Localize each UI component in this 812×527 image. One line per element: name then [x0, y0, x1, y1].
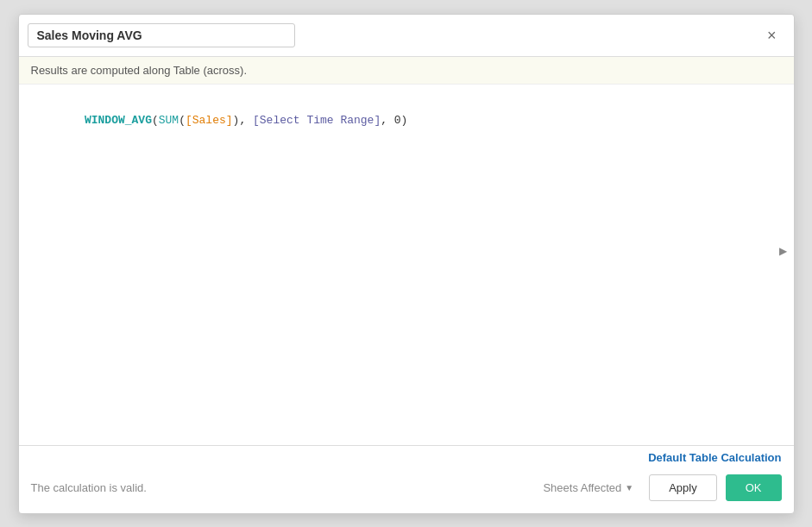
field-param: [Select Time Range] [253, 114, 381, 127]
ok-button[interactable]: OK [726, 474, 782, 501]
default-table-calc-link[interactable]: Default Table Calculation [648, 451, 781, 464]
info-bar: Results are computed along Table (across… [19, 57, 794, 85]
paren-sum-close: ), [233, 114, 253, 127]
code-editor[interactable]: WINDOW_AVG(SUM([Sales]), [Select Time Ra… [19, 85, 794, 445]
field-sales: [Sales] [186, 114, 233, 127]
info-text: Results are computed along Table (across… [31, 64, 248, 77]
formula-area: Results are computed along Table (across… [19, 57, 794, 445]
dialog-footer: Default Table Calculation The calculatio… [19, 445, 794, 513]
apply-button[interactable]: Apply [649, 474, 717, 501]
sheets-affected-button[interactable]: Sheets Affected ▼ [536, 476, 640, 499]
footer-bottom: The calculation is valid. Sheets Affecte… [19, 466, 794, 513]
footer-right: Sheets Affected ▼ Apply OK [536, 474, 781, 501]
calculation-dialog: × Results are computed along Table (acro… [18, 14, 795, 514]
paren-sum-open: ( [179, 114, 186, 127]
chevron-down-icon: ▼ [625, 483, 633, 492]
code-line-1: WINDOW_AVG(SUM([Sales]), [Select Time Ra… [31, 95, 782, 148]
dialog-header: × [19, 15, 794, 57]
close-button[interactable]: × [762, 26, 782, 45]
sheets-affected-label: Sheets Affected [543, 481, 621, 494]
side-expand-arrow[interactable]: ▶ [779, 245, 787, 257]
keyword-window-avg: WINDOW_AVG [85, 114, 152, 127]
status-text: The calculation is valid. [31, 481, 147, 494]
dialog-title-input[interactable] [28, 23, 295, 47]
footer-top: Default Table Calculation [19, 446, 794, 466]
line1-end: , 0) [381, 114, 407, 127]
keyword-sum: SUM [159, 114, 179, 127]
paren-open: ( [152, 114, 159, 127]
